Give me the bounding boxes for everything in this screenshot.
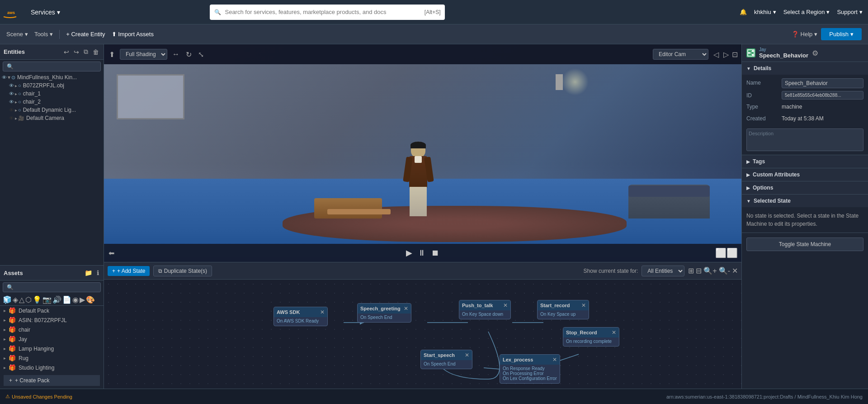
description-input[interactable]: Description: [746, 128, 863, 151]
scene-menu[interactable]: Scene ▾: [6, 31, 28, 38]
entities-search-input[interactable]: [3, 62, 101, 71]
list-item[interactable]: ▸ 🎁 Studio Lighting: [0, 363, 104, 372]
list-item[interactable]: ▸ 🎁 ASIN: B072ZRPFJL: [0, 315, 104, 325]
assets-search-input[interactable]: [3, 282, 101, 292]
frame-selection-button[interactable]: ⊟: [696, 266, 702, 275]
list-item[interactable]: ▸ 🎁 Jay: [0, 334, 104, 344]
tags-section-header[interactable]: ▶ Tags: [742, 155, 868, 168]
3d-icon[interactable]: 🧊: [3, 295, 12, 304]
list-item[interactable]: 👁 ▸ 🎥 Default Camera: [0, 114, 104, 122]
close-state-machine-button[interactable]: ✕: [732, 266, 738, 275]
next-frame-icon[interactable]: ▷: [722, 49, 730, 60]
zoom-out-button[interactable]: 🔍-: [719, 266, 730, 275]
state-node-speech-greeting[interactable]: Speech_greeting ✕ On Speech End: [357, 303, 411, 323]
scale-icon[interactable]: ⤡: [197, 49, 205, 60]
info-button[interactable]: ℹ: [96, 268, 100, 277]
region-selector[interactable]: Select a Region ▾: [783, 9, 830, 15]
shading-select[interactable]: Full Shading Wireframe Unlit: [120, 49, 167, 60]
tools-menu[interactable]: Tools ▾: [34, 31, 53, 38]
details-section-header[interactable]: ▼ Details: [742, 62, 868, 75]
packs-list: ▸ 🎁 Default Pack ▸ 🎁 ASIN: B072ZRPFJL ▸ …: [0, 306, 104, 372]
services-button[interactable]: Services ▾: [31, 9, 60, 16]
list-item[interactable]: 👁 ▾ ⊙ MindFullness_Khiu Kin...: [0, 73, 104, 81]
list-item[interactable]: 👁 ▸ ○ chair_2: [0, 98, 104, 106]
prev-frame-icon[interactable]: ◁: [712, 49, 720, 60]
import-assets-button[interactable]: ⬆ Import Assets: [112, 31, 154, 38]
entity-icon: ○: [18, 91, 21, 96]
list-item[interactable]: ▸ 🎁 Rug: [0, 353, 104, 363]
state-icon[interactable]: ◉: [72, 295, 79, 304]
create-pack-button[interactable]: + + Create Pack: [4, 375, 100, 386]
publish-button[interactable]: Publish ▾: [821, 28, 862, 40]
anim-icon[interactable]: ▶: [80, 295, 85, 304]
close-state-button[interactable]: ✕: [465, 352, 469, 358]
add-state-button[interactable]: + + Add State: [108, 266, 150, 276]
username-button[interactable]: khkhiu ▾: [754, 9, 776, 15]
notifications-button[interactable]: 🔔: [740, 9, 747, 15]
close-state-button[interactable]: ✕: [503, 302, 508, 309]
viewport-upload-icon[interactable]: ⬆: [108, 49, 116, 60]
list-item[interactable]: 👁 ▸ ○ B072ZRPFJL.obj: [0, 81, 104, 90]
state-node-push-to-talk[interactable]: Push_to_talk ✕ On Key Space down: [459, 300, 511, 319]
rotate-icon[interactable]: ↻: [184, 49, 193, 60]
list-item[interactable]: 👁 ▸ ○ Default Dynamic Lig...: [0, 106, 104, 114]
help-button[interactable]: ❓ Help ▾: [792, 31, 818, 38]
close-state-button[interactable]: ✕: [320, 309, 325, 315]
geo-icon[interactable]: △: [19, 295, 24, 304]
toggle-state-machine-button[interactable]: Toggle State Machine: [746, 238, 863, 251]
play-button[interactable]: ▶: [406, 248, 412, 258]
close-state-button[interactable]: ✕: [404, 305, 408, 312]
zoom-in-button[interactable]: 🔍+: [703, 266, 717, 275]
entity-icon: ○: [18, 83, 21, 88]
camera-asset-icon[interactable]: 📷: [42, 295, 52, 304]
viewport[interactable]: ⬆ Full Shading Wireframe Unlit ↔ ↻ ⤡ Edi…: [104, 44, 741, 262]
visibility-icon: 👁: [9, 83, 14, 88]
script-icon[interactable]: 📄: [62, 295, 71, 304]
collapse-panel-button[interactable]: ⬅: [108, 248, 115, 258]
shader-icon[interactable]: ◈: [13, 295, 18, 304]
fit-view-button[interactable]: ⊞: [688, 266, 694, 275]
pause-button[interactable]: ⏸: [418, 248, 426, 258]
translate-icon[interactable]: ↔: [171, 49, 181, 60]
entities-filter-select[interactable]: All Entities: [642, 266, 684, 276]
options-section-header[interactable]: ▶ Options: [742, 181, 868, 194]
list-item[interactable]: ▸ 🎁 Default Pack: [0, 306, 104, 315]
warning-icon: ⚠: [5, 394, 10, 399]
duplicate-state-button[interactable]: ⧉ Duplicate State(s): [153, 266, 212, 276]
state-node-stop-record[interactable]: Stop_Record ✕ On recording complete: [563, 327, 619, 347]
close-state-button[interactable]: ✕: [581, 302, 586, 309]
state-node-lex-process[interactable]: Lex_process ✕ On Response Ready On Proce…: [500, 354, 560, 384]
support-menu[interactable]: Support ▾: [837, 9, 863, 15]
folder-button[interactable]: 📁: [84, 268, 93, 277]
entity-label: Default Camera: [26, 115, 64, 121]
viewport-right-icons: ◁ ▷ ⊡: [712, 49, 738, 60]
global-search-bar[interactable]: 🔍 [Alt+S]: [210, 5, 445, 20]
create-entity-button[interactable]: + Create Entity: [66, 31, 105, 38]
sound-icon[interactable]: 🔊: [52, 295, 61, 304]
material-icon[interactable]: 🎨: [86, 295, 95, 304]
list-item[interactable]: 👁 ▸ ○ chair_1: [0, 90, 104, 98]
state-node-start-speech[interactable]: Start_speech ✕ On Speech End: [420, 350, 472, 369]
delete-entity-button[interactable]: 🗑: [92, 47, 100, 57]
duplicate-entity-button[interactable]: ⧉: [83, 47, 89, 57]
state-node-start-record[interactable]: Start_record ✕ On Key Space up: [537, 300, 589, 319]
close-state-button[interactable]: ✕: [552, 356, 557, 363]
maximize-viewport-button[interactable]: ⊡: [732, 49, 738, 60]
redo-button[interactable]: ↪: [73, 47, 80, 57]
plus-icon: +: [112, 268, 115, 274]
name-value[interactable]: Speech_Behavior: [782, 78, 863, 88]
undo-button[interactable]: ↩: [63, 47, 70, 57]
mesh-icon[interactable]: ⬡: [25, 295, 32, 304]
custom-attributes-header[interactable]: ▶ Custom Attributes: [742, 168, 868, 181]
selected-state-header[interactable]: ▼ Selected State: [742, 195, 868, 207]
state-machine-canvas[interactable]: AWS SDK ✕ On AWS SDK Ready Speech_greeti…: [104, 280, 741, 389]
component-settings-button[interactable]: ⚙: [812, 49, 818, 57]
list-item[interactable]: ▸ 🎁 chair: [0, 325, 104, 334]
search-input[interactable]: [225, 9, 420, 15]
stop-button[interactable]: ⏹: [431, 248, 439, 258]
list-item[interactable]: ▸ 🎁 Lamp Hanging: [0, 344, 104, 353]
close-state-button[interactable]: ✕: [612, 329, 616, 336]
state-node-aws-sdk[interactable]: AWS SDK ✕ On AWS SDK Ready: [274, 307, 328, 326]
camera-select[interactable]: Editor Cam Default Camera: [653, 49, 708, 60]
light-icon[interactable]: 💡: [33, 295, 42, 304]
